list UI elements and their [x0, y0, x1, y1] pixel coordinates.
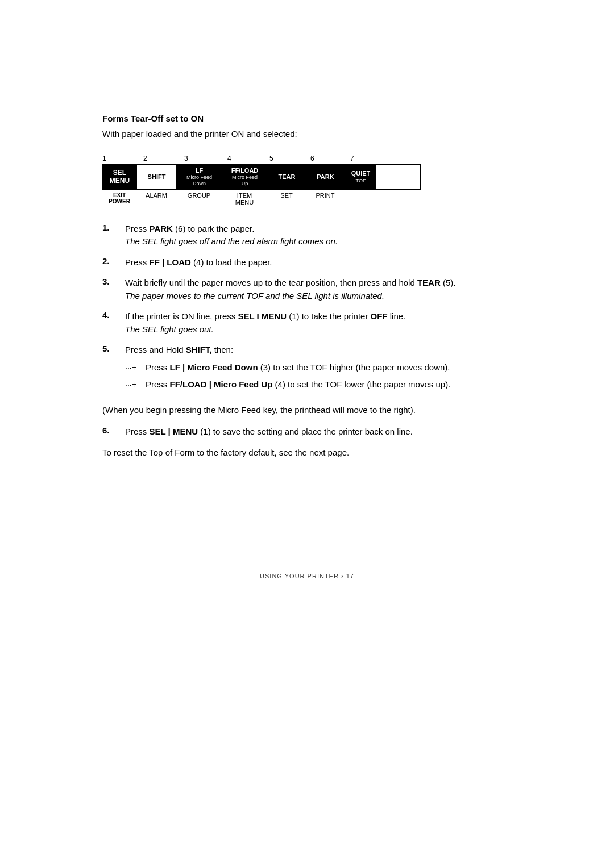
sub-step-2: ···÷ Press FF/LOAD | Micro Feed Up (4) t…: [125, 378, 512, 391]
section-title: Forms Tear-Off set to ON: [102, 114, 512, 123]
step-6-num: 6.: [102, 425, 125, 435]
key-num-1: 1: [102, 155, 136, 162]
intro-text: With paper loaded and the printer ON and…: [102, 129, 512, 139]
step-4-bold-off: OFF: [371, 311, 388, 321]
key-num-3: 3: [176, 155, 222, 162]
step-6: 6. Press SEL | MENU (1) to save the sett…: [102, 425, 512, 439]
step-2-bold: FF | LOAD: [150, 257, 191, 267]
step-3-num: 3.: [102, 277, 125, 286]
step-4-italic: The SEL light goes out.: [125, 324, 214, 334]
key-quiet-tof: QUIET TOF: [345, 165, 376, 189]
key-ff-sub: Micro Feed: [232, 174, 258, 181]
step-5-content: Press and Hold SHIFT, then: ···÷ Press L…: [125, 344, 512, 396]
step-2-content: Press FF | LOAD (4) to load the paper.: [125, 256, 512, 269]
keys-row: SEL MENU SHIFT LF Micro Feed Down FF/LOA…: [102, 164, 421, 190]
key-num-5: 5: [267, 155, 306, 162]
footer-text: To reset the Top of Form to the factory …: [102, 446, 512, 460]
label-set-text: SET: [267, 192, 306, 199]
sub-step-2-bold: FF/LOAD | Micro Feed Up: [170, 379, 273, 389]
step-1-bold: PARK: [150, 224, 173, 233]
step-1-num: 1.: [102, 223, 125, 232]
step-1: 1. Press PARK (6) to park the paper. The…: [102, 223, 512, 248]
key-shift: SHIFT: [137, 165, 177, 189]
key-sel-bottom: MENU: [110, 177, 130, 185]
note-text: (When you begin pressing the Micro Feed …: [102, 404, 512, 417]
sub-bullet-1: ···÷: [125, 361, 146, 374]
key-park-label: PARK: [317, 173, 334, 181]
key-sel-menu: SEL MENU: [103, 165, 137, 189]
key-ff-top: FF/LOAD: [231, 167, 259, 174]
sub-step-2-content: Press FF/LOAD | Micro Feed Up (4) to set…: [146, 378, 450, 391]
key-quiet-top: QUIET: [351, 170, 371, 177]
label-exit: EXIT: [102, 192, 136, 198]
label-alarm: ALARM: [136, 192, 176, 206]
label-item: ITEM MENU: [222, 192, 267, 206]
key-ff-sub2: Up: [242, 181, 248, 187]
label-print: PRINT: [306, 192, 345, 206]
key-park: PARK: [306, 165, 345, 189]
key-num-4: 4: [222, 155, 267, 162]
label-alarm-text: ALARM: [136, 192, 176, 199]
key-num-7: 7: [345, 155, 376, 162]
page-footer: USING YOUR PRINTER › 17: [102, 573, 512, 579]
label-power: POWER: [102, 198, 136, 205]
label-menu: MENU: [222, 199, 267, 206]
step-2-num: 2.: [102, 256, 125, 266]
step-5-bold: SHIFT,: [186, 345, 212, 354]
sub-step-1-content: Press LF | Micro Feed Down (3) to set th…: [146, 361, 450, 374]
sub-bullet-2: ···÷: [125, 378, 146, 391]
label-empty: [345, 192, 376, 206]
sub-steps: ···÷ Press LF | Micro Feed Down (3) to s…: [125, 361, 512, 391]
key-lf-top: LF: [196, 167, 203, 174]
step-4-content: If the printer is ON line, press SEL I M…: [125, 310, 512, 336]
sub-step-1-bold: LF | Micro Feed Down: [170, 362, 258, 372]
key-lf-sub: Micro Feed: [186, 174, 212, 181]
steps-list: 1. Press PARK (6) to park the paper. The…: [102, 223, 512, 396]
step-3-italic: The paper moves to the current TOF and t…: [125, 291, 384, 301]
key-tear: TEAR: [268, 165, 306, 189]
key-labels: EXIT POWER ALARM GROUP ITEM MENU SET PRI…: [102, 192, 421, 206]
key-lf: LF Micro Feed Down: [177, 165, 222, 189]
label-exit-power: EXIT POWER: [102, 192, 136, 206]
step-4: 4. If the printer is ON line, press SEL …: [102, 310, 512, 336]
key-num-2: 2: [136, 155, 176, 162]
key-quiet-sub: TOF: [356, 178, 366, 184]
step-3-content: Wait briefly until the paper moves up to…: [125, 277, 512, 302]
step-3: 3. Wait briefly until the paper moves up…: [102, 277, 512, 302]
step-2: 2. Press FF | LOAD (4) to load the paper…: [102, 256, 512, 269]
step-5-num: 5.: [102, 344, 125, 353]
step-4-num: 4.: [102, 310, 125, 320]
step-6-content: Press SEL | MENU (1) to save the setting…: [125, 425, 512, 439]
page-content: Forms Tear-Off set to ON With paper load…: [0, 0, 614, 868]
key-tear-label: TEAR: [279, 173, 296, 181]
label-set: SET: [267, 192, 306, 206]
step-6-bold: SEL | MENU: [150, 427, 198, 436]
key-shift-label: SHIFT: [148, 173, 166, 181]
key-sel-top: SEL: [113, 169, 126, 177]
step-1-content: Press PARK (6) to park the paper. The SE…: [125, 223, 512, 248]
step-4-bold-sel: SEL I MENU: [238, 311, 287, 321]
label-group-text: GROUP: [176, 192, 222, 199]
step-5: 5. Press and Hold SHIFT, then: ···÷ Pres…: [102, 344, 512, 396]
sub-step-1: ···÷ Press LF | Micro Feed Down (3) to s…: [125, 361, 512, 374]
step-3-bold: TEAR: [417, 278, 441, 287]
label-print-text: PRINT: [306, 192, 345, 199]
label-group: GROUP: [176, 192, 222, 206]
key-ff: FF/LOAD Micro Feed Up: [222, 165, 268, 189]
label-item-text: ITEM: [222, 192, 267, 199]
key-numbers-row: 1 2 3 4 5 6 7: [102, 155, 421, 162]
key-num-6: 6: [306, 155, 345, 162]
step-1-italic: The SEL light goes off and the red alarm…: [125, 236, 338, 246]
keyboard-diagram: 1 2 3 4 5 6 7 SEL MENU SHIFT LF Micro Fe…: [102, 155, 421, 206]
key-lf-sub2: Down: [193, 181, 206, 187]
